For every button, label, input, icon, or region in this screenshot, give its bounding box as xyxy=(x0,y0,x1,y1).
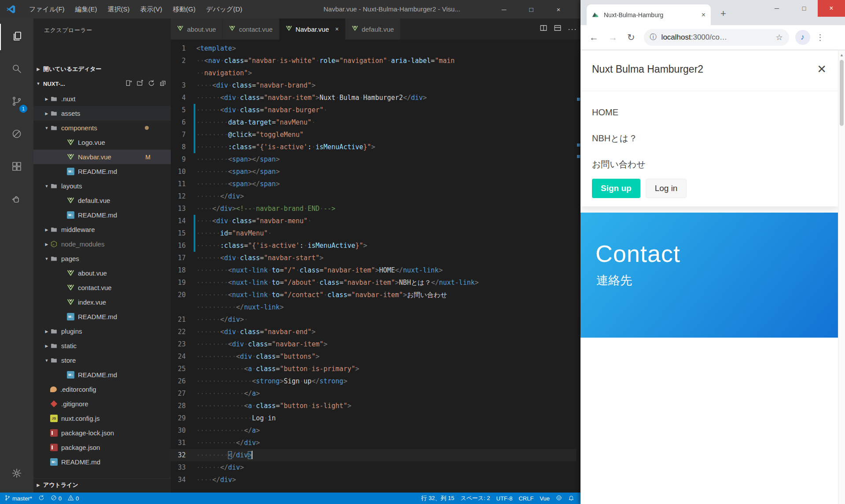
code-line[interactable]: 18 ········<nuxt-link·to="/"·class="navb… xyxy=(171,264,576,276)
menu-item[interactable]: ファイル(F) xyxy=(24,0,70,18)
menu-item[interactable]: 移動(G) xyxy=(168,0,201,18)
tree-item-.gitignore[interactable]: .gitignore xyxy=(33,397,171,411)
code-line[interactable]: 33 ······</div> xyxy=(171,461,576,474)
login-button[interactable]: Log in xyxy=(646,179,687,198)
new-folder-icon[interactable] xyxy=(136,80,143,88)
page-scrollbar[interactable]: ▲ xyxy=(838,50,845,504)
tree-item-README.md[interactable]: M↓README.md xyxy=(33,368,171,382)
tree-item-middleware[interactable]: ▶middleware xyxy=(33,222,171,237)
status-sync[interactable] xyxy=(38,495,44,502)
tree-item-README.md[interactable]: M↓README.md xyxy=(33,208,171,222)
code-line[interactable]: 28 ············<a·class="button·is-light… xyxy=(171,400,576,412)
close-button[interactable]: × xyxy=(545,6,572,13)
tree-item-pages[interactable]: ▼pages xyxy=(33,251,171,266)
code-line[interactable]: 8 ········:class="{'is-active':·isMenuAc… xyxy=(171,141,576,153)
status-bell[interactable] xyxy=(568,495,574,502)
code-line[interactable]: 6 ········data-target="navMenu"· xyxy=(171,116,576,129)
code-line[interactable]: 29 ··············Log·in xyxy=(171,412,576,424)
tree-item-assets[interactable]: ▶assets xyxy=(33,106,171,121)
code-line[interactable]: 5 ······<div·class="navbar-burger"· xyxy=(171,104,576,116)
editor-tab-Navbar.vue[interactable]: Navbar.vue × xyxy=(279,18,345,40)
code-line[interactable]: 20 ········<nuxt-link·to="/contact"·clas… xyxy=(171,289,576,301)
activitybar-search[interactable] xyxy=(0,56,33,83)
tree-item-about.vue[interactable]: about.vue xyxy=(33,266,171,280)
scroll-up-icon[interactable]: ▲ xyxy=(840,53,844,57)
code-line[interactable]: 12 ······</div> xyxy=(171,190,576,202)
code-line[interactable]: ··navigation"> xyxy=(171,67,576,79)
refresh-icon[interactable] xyxy=(148,80,155,88)
browser-close-button[interactable]: × xyxy=(818,0,845,17)
code-line[interactable]: 13 ····</div><!--·navbar-brand·END·--> xyxy=(171,202,576,215)
tree-item-static[interactable]: ▶static xyxy=(33,338,171,353)
code-line[interactable]: 25 ············<a·class="button·is-prima… xyxy=(171,363,576,375)
code-line[interactable]: 3 ····<div·class="navbar-brand"> xyxy=(171,79,576,92)
tree-item-store[interactable]: ▼store xyxy=(33,353,171,368)
tree-item-node_modules[interactable]: ▶jsnode_modules xyxy=(33,237,171,251)
activitybar-debug[interactable] xyxy=(0,121,33,148)
status-行 32、列 15[interactable]: 行 32、列 15 xyxy=(421,494,454,502)
site-menu-item[interactable]: NBHとは？ xyxy=(592,125,646,151)
tree-item-plugins[interactable]: ▶plugins xyxy=(33,324,171,338)
code-line[interactable]: 11 ········<span></span> xyxy=(171,178,576,190)
code-line[interactable]: 21 ······</div>· xyxy=(171,313,576,326)
code-line[interactable]: 31 ··········</div> xyxy=(171,437,576,449)
section-open-editors[interactable]: ▶ 開いているエディター xyxy=(33,63,171,76)
more-actions-icon[interactable]: ··· xyxy=(568,25,577,34)
browser-tab[interactable]: Nuxt-Bulma-Hamburg × xyxy=(587,4,711,25)
tree-item-README.md[interactable]: M↓README.md xyxy=(33,164,171,179)
browser-maximize-button[interactable]: □ xyxy=(790,0,818,17)
scrollbar-thumb[interactable] xyxy=(840,60,844,126)
code-line[interactable]: 23 ········<div·class="navbar-item"> xyxy=(171,338,576,350)
minimize-button[interactable]: ─ xyxy=(490,6,518,13)
editor-tab-contact.vue[interactable]: contact.vue xyxy=(223,18,279,40)
code-editor[interactable]: 1 <template> 2 ··<nav·class="navbar·is-w… xyxy=(171,40,576,493)
status-UTF-8[interactable]: UTF-8 xyxy=(496,495,513,502)
collapse-all-icon[interactable] xyxy=(159,80,166,88)
new-tab-button[interactable]: + xyxy=(720,8,726,19)
editor-layout-icon[interactable] xyxy=(554,24,562,34)
section-outline[interactable]: ▶ アウトライン xyxy=(33,478,171,491)
tree-item-components[interactable]: ▼components xyxy=(33,121,171,135)
code-line[interactable]: 1 <template> xyxy=(171,42,576,55)
menu-item[interactable]: 表示(V) xyxy=(135,0,168,18)
site-brand[interactable]: Nuxt Bulma Hamburger2 xyxy=(592,63,703,75)
new-file-icon[interactable] xyxy=(125,80,132,88)
forward-button[interactable]: → xyxy=(608,32,617,43)
status-CRLF[interactable]: CRLF xyxy=(518,495,533,502)
activitybar-extensions[interactable] xyxy=(0,154,33,180)
code-line[interactable]: 7 ········@click="toggleMenu" xyxy=(171,129,576,141)
code-line[interactable]: 22 ······<div·class="navbar-end"> xyxy=(171,326,576,338)
menu-item[interactable]: 選択(S) xyxy=(103,0,135,18)
code-line[interactable]: 26 ··············<strong>Sign·up</strong… xyxy=(171,375,576,387)
code-line[interactable]: 34 ····</div> xyxy=(171,474,576,486)
browser-menu-icon[interactable]: ⋮ xyxy=(816,33,824,42)
code-line[interactable]: 19 ········<nuxt-link·to="/about"·class=… xyxy=(171,276,576,289)
code-line[interactable]: 30 ············</a> xyxy=(171,424,576,437)
status-スペース: 2[interactable]: スペース: 2 xyxy=(460,494,490,502)
back-button[interactable]: ← xyxy=(589,32,599,43)
tree-item-Navbar.vue[interactable]: Navbar.vueM xyxy=(33,150,171,164)
tree-item-nuxt.config.js[interactable]: JSnuxt.config.js xyxy=(33,411,171,426)
code-line[interactable]: 27 ············</a> xyxy=(171,387,576,400)
address-bar[interactable]: ⓘ localhost:3000/co… ☆ xyxy=(644,29,789,46)
code-line[interactable]: 4 ······<div·class="navbar-item">Nuxt·Bu… xyxy=(171,92,576,104)
status-branch[interactable]: master* xyxy=(4,495,32,502)
tree-item-Logo.vue[interactable]: Logo.vue xyxy=(33,135,171,150)
menu-item[interactable]: デバッグ(D) xyxy=(201,0,247,18)
code-line[interactable]: 32 ········</div> xyxy=(171,449,576,461)
code-line[interactable]: 2 ··<nav·class="navbar·is-white"·role="n… xyxy=(171,55,576,67)
menu-item[interactable]: 編集(E) xyxy=(70,0,103,18)
browser-minimize-button[interactable]: ─ xyxy=(763,0,790,17)
activitybar-settings[interactable] xyxy=(0,461,33,487)
code-line[interactable]: 10 ········<span></span> xyxy=(171,166,576,178)
code-line[interactable]: 17 ······<div·class="navbar-start"> xyxy=(171,252,576,264)
code-line[interactable]: 14 ····<div·class="navbar-menu"· xyxy=(171,215,576,227)
activitybar-extension-kettle[interactable] xyxy=(0,187,33,213)
code-line[interactable]: 15 ······id="navMenu"· xyxy=(171,227,576,239)
tree-item-layouts[interactable]: ▼layouts xyxy=(33,179,171,193)
status-warning[interactable]: 0 xyxy=(68,495,79,502)
tree-item-package-lock.json[interactable]: package-lock.json xyxy=(33,426,171,440)
reload-button[interactable]: ↻ xyxy=(627,32,635,43)
tree-item-package.json[interactable]: package.json xyxy=(33,440,171,455)
bookmark-star-icon[interactable]: ☆ xyxy=(775,33,783,42)
